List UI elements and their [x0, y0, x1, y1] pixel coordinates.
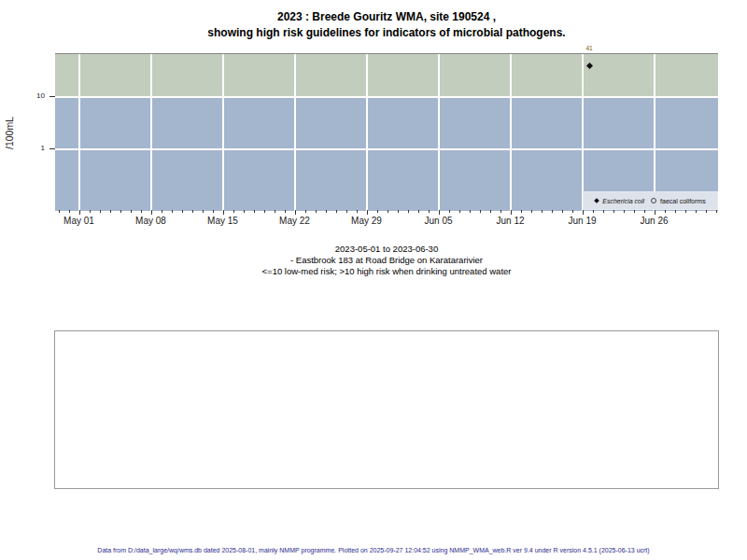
- x-minor-tick: [624, 210, 625, 213]
- legend-label-ecoli: Eschericia coli: [602, 198, 644, 204]
- x-minor-tick: [449, 210, 450, 213]
- x-major-tick: [655, 210, 655, 215]
- x-minor-tick: [388, 210, 388, 213]
- x-minor-tick: [162, 210, 162, 213]
- x-minor-tick: [305, 210, 306, 213]
- x-tick-label: May 29: [351, 216, 382, 226]
- y-axis-title: /100mL: [4, 93, 24, 173]
- x-minor-tick: [377, 210, 378, 213]
- x-minor-tick: [192, 210, 193, 213]
- x-minor-tick: [470, 210, 471, 213]
- x-minor-tick: [120, 210, 121, 213]
- x-minor-tick: [429, 210, 430, 213]
- x-minor-tick: [542, 210, 543, 213]
- vertical-gridline: [654, 54, 655, 211]
- vertical-gridline: [78, 54, 80, 211]
- x-minor-tick: [459, 210, 460, 213]
- x-minor-tick: [572, 210, 573, 213]
- x-minor-tick: [233, 210, 234, 213]
- vertical-gridline: [366, 54, 368, 211]
- x-minor-tick: [264, 210, 265, 213]
- y-tick-10: [49, 96, 55, 97]
- chart-caption: 2023-05-01 to 2023-06-30 - Eastbrook 183…: [27, 244, 746, 277]
- x-minor-tick: [685, 210, 686, 213]
- x-minor-tick: [357, 210, 358, 213]
- x-minor-tick: [398, 210, 399, 213]
- x-minor-tick: [593, 210, 594, 213]
- x-minor-tick: [706, 210, 707, 213]
- x-minor-tick: [696, 210, 697, 213]
- x-minor-tick: [408, 210, 409, 213]
- chart-title: 2023 : Breede Gouritz WMA, site 190524 ,…: [27, 9, 746, 41]
- x-minor-tick: [182, 210, 183, 213]
- x-minor-tick: [644, 210, 645, 213]
- x-minor-tick: [490, 210, 491, 213]
- x-minor-tick: [172, 210, 173, 213]
- x-minor-tick: [552, 210, 553, 213]
- x-minor-tick: [131, 210, 132, 213]
- x-minor-tick: [100, 210, 101, 213]
- x-minor-tick: [634, 210, 635, 213]
- x-minor-tick: [675, 210, 676, 213]
- x-minor-tick: [244, 210, 245, 213]
- x-major-tick: [223, 210, 224, 215]
- y-tick-1: [49, 148, 55, 149]
- x-major-tick: [511, 210, 512, 215]
- x-major-tick: [79, 210, 80, 215]
- x-minor-tick: [110, 210, 111, 213]
- high-risk-band: [55, 54, 718, 97]
- legend-entry-faecal-coliforms: faecal coliforms: [651, 198, 706, 204]
- legend: Eschericia coli faecal coliforms: [583, 191, 718, 210]
- x-minor-tick: [665, 210, 666, 213]
- x-minor-tick: [562, 210, 563, 213]
- x-minor-tick: [500, 210, 501, 213]
- gridline-y1: [55, 148, 718, 150]
- gridline-y10: [55, 96, 718, 98]
- vertical-gridline: [582, 54, 584, 211]
- chart-title-line2: showing high risk guidelines for indicat…: [27, 25, 746, 41]
- vertical-gridline: [438, 54, 440, 211]
- x-minor-tick: [69, 210, 70, 213]
- plot-page: 2023 : Breede Gouritz WMA, site 190524 ,…: [0, 0, 747, 560]
- x-minor-tick: [480, 210, 481, 213]
- x-minor-tick: [275, 210, 275, 213]
- x-major-tick: [367, 210, 368, 215]
- x-minor-tick: [521, 210, 522, 213]
- x-minor-tick: [141, 210, 142, 213]
- caption-date-range: 2023-05-01 to 2023-06-30: [27, 244, 746, 255]
- vertical-gridline: [222, 54, 224, 211]
- x-minor-tick: [336, 210, 337, 213]
- x-minor-tick: [531, 210, 532, 213]
- x-minor-tick: [613, 210, 614, 213]
- vertical-gridline: [510, 54, 512, 211]
- legend-entry-ecoli: Eschericia coli: [595, 198, 644, 204]
- x-major-tick: [583, 210, 584, 215]
- x-major-tick: [151, 210, 152, 215]
- x-minor-tick: [716, 210, 717, 213]
- filled-diamond-icon: [594, 198, 599, 203]
- chart-panel: [55, 53, 718, 211]
- vertical-gridline: [150, 54, 152, 211]
- x-tick-label: Jun 19: [568, 216, 596, 226]
- x-tick-label: May 22: [279, 216, 310, 226]
- x-major-tick: [439, 210, 440, 215]
- data-point-value-label: 41: [585, 45, 592, 51]
- x-axis: May 01May 08May 15May 22May 29Jun 05Jun …: [0, 210, 747, 231]
- footer-provenance-text: Data from D:/data_large/wq/wms.db dated …: [0, 547, 747, 553]
- x-tick-label: May 01: [63, 216, 94, 226]
- x-minor-tick: [203, 210, 204, 213]
- caption-site-description: - Eastbrook 183 at Road Bridge on Karata…: [27, 255, 746, 266]
- x-minor-tick: [213, 210, 214, 213]
- x-minor-tick: [90, 210, 91, 213]
- x-minor-tick: [346, 210, 347, 213]
- x-minor-tick: [59, 210, 60, 213]
- x-minor-tick: [316, 210, 317, 213]
- chart-title-line1: 2023 : Breede Gouritz WMA, site 190524 ,: [27, 9, 746, 25]
- x-minor-tick: [285, 210, 286, 213]
- x-minor-tick: [418, 210, 419, 213]
- x-tick-label: Jun 26: [640, 216, 668, 226]
- x-tick-label: May 08: [135, 216, 166, 226]
- legend-label-faecal-coliforms: faecal coliforms: [660, 198, 706, 204]
- x-tick-label: Jun 05: [424, 216, 452, 226]
- x-minor-tick: [603, 210, 604, 213]
